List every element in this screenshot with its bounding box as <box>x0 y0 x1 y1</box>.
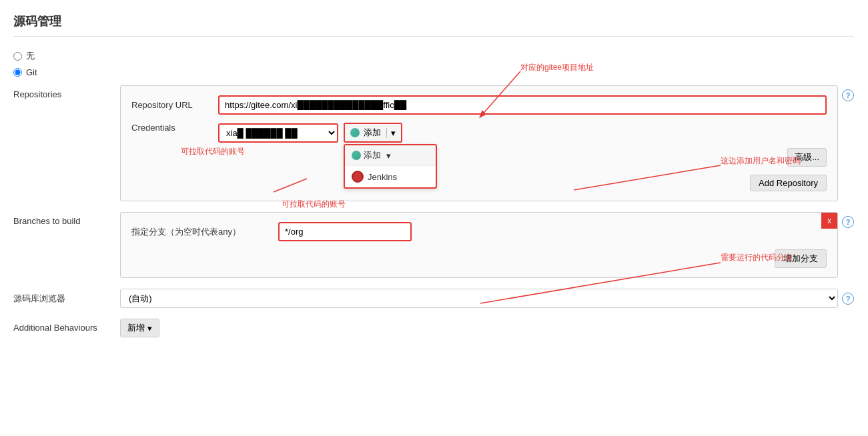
additional-behaviours-label: Additional Behaviours <box>13 319 120 333</box>
source-browser-field-wrapper: (自动) <box>120 289 838 308</box>
jenkins-icon <box>352 171 364 183</box>
add-credentials-button[interactable]: 添加 ▾ <box>344 123 402 143</box>
branches-label: Branches to build <box>13 212 120 226</box>
branches-section: Branches to build x 指定分支（为空时代表any） 增加分支 … <box>13 212 854 278</box>
repo-url-field-wrapper <box>218 95 827 115</box>
additional-behaviours-content: 新增 ▾ <box>120 319 159 337</box>
dropdown-add-label: 添加 <box>364 149 381 161</box>
branch-specifier-label: 指定分支（为空时代表any） <box>131 226 278 238</box>
add-credentials-dropdown: 添加 ▾ Jenkins <box>344 144 437 189</box>
source-browser-section: 源码库浏览器 (自动) ? <box>13 289 854 308</box>
add-behaviour-label: 新增 <box>127 322 145 334</box>
add-repository-button[interactable]: Add Repository <box>750 175 827 191</box>
scm-git-option[interactable]: Git <box>13 67 854 77</box>
credentials-label: Credentials <box>131 123 218 133</box>
repo-url-label: Repository URL <box>131 100 218 110</box>
scm-none-label: 无 <box>26 50 35 62</box>
repositories-label: Repositories <box>13 85 120 99</box>
repo-url-input[interactable] <box>218 95 827 115</box>
advanced-button[interactable]: 高级... <box>787 148 827 167</box>
page-title: 源码管理 <box>13 13 854 37</box>
add-behaviour-button[interactable]: 新增 ▾ <box>120 319 159 337</box>
additional-behaviours-section: Additional Behaviours 新增 ▾ <box>13 319 854 337</box>
branch-specifier-input[interactable] <box>278 222 412 241</box>
dropdown-arrow-icon: ▾ <box>386 128 396 138</box>
add-credentials-wrapper: 添加 ▾ 添加 ▾ <box>344 123 402 143</box>
source-browser-help-icon[interactable]: ? <box>842 293 854 305</box>
header-key-icon <box>352 151 361 160</box>
branches-help-icon[interactable]: ? <box>842 216 854 228</box>
branch-specifier-field-wrapper <box>278 222 827 241</box>
credentials-field-wrapper: xia█ ██████ ██ 添加 ▾ <box>218 123 827 167</box>
credentials-row: Credentials xia█ ██████ ██ 添加 ▾ <box>131 123 827 167</box>
source-browser-label: 源码库浏览器 <box>13 289 120 305</box>
repo-url-row: Repository URL <box>131 95 827 115</box>
add-branch-button[interactable]: 增加分支 <box>775 249 827 268</box>
dropdown-arrow-icon2: ▾ <box>386 151 391 161</box>
jenkins-menu-item[interactable]: Jenkins <box>345 166 436 187</box>
scm-none-option[interactable]: 无 <box>13 50 854 62</box>
key-icon <box>350 128 360 137</box>
repositories-section: Repositories Repository URL Credentials … <box>13 85 854 201</box>
jenkins-label: Jenkins <box>368 172 397 182</box>
dropdown-header: 添加 ▾ <box>345 145 436 166</box>
add-label: 添加 <box>364 127 381 139</box>
source-browser-select[interactable]: (自动) <box>120 289 838 308</box>
scm-git-label: Git <box>26 67 37 77</box>
add-repo-row: Add Repository <box>131 175 827 191</box>
add-branch-row: 增加分支 <box>131 249 827 268</box>
branch-specifier-row: 指定分支（为空时代表any） <box>131 222 827 241</box>
repositories-help-icon[interactable]: ? <box>842 89 854 101</box>
credentials-select[interactable]: xia█ ██████ ██ <box>218 123 338 143</box>
add-behaviour-dropdown-arrow: ▾ <box>147 323 152 333</box>
